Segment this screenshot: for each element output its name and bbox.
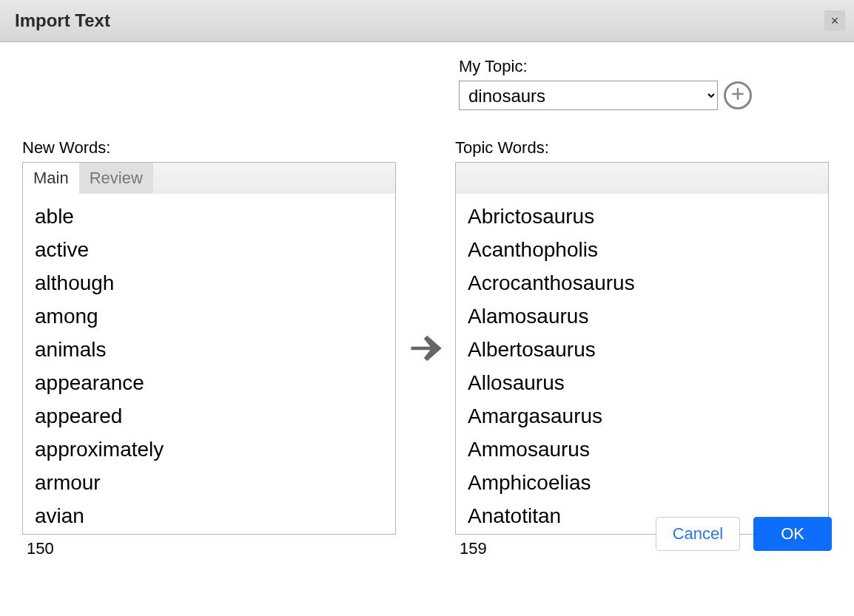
- move-right-button[interactable]: [406, 329, 445, 370]
- topic-select[interactable]: dinosaurs: [459, 81, 718, 110]
- list-item[interactable]: Amargasaurus: [468, 399, 816, 433]
- delete-button[interactable]: [770, 168, 791, 189]
- plus-icon: [730, 87, 745, 104]
- list-item[interactable]: animals: [35, 333, 383, 366]
- tab-main[interactable]: Main: [23, 163, 79, 194]
- list-item[interactable]: Acanthopholis: [468, 233, 816, 266]
- close-button[interactable]: ×: [824, 10, 845, 31]
- topic-words-list[interactable]: AbrictosaurusAcanthopholisAcrocanthosaur…: [456, 194, 828, 534]
- topic-words-label: Topic Words:: [455, 138, 829, 158]
- dialog-title: Import Text: [15, 10, 110, 31]
- web-search-button[interactable]: [367, 168, 388, 189]
- list-item[interactable]: armour: [35, 466, 383, 499]
- my-topic-label: My Topic:: [459, 57, 752, 76]
- list-item[interactable]: among: [35, 299, 383, 333]
- list-item[interactable]: Amphicoelias: [468, 466, 816, 499]
- new-words-count: 150: [22, 539, 396, 558]
- cancel-button[interactable]: Cancel: [656, 517, 740, 551]
- list-item[interactable]: active: [35, 233, 383, 266]
- list-item[interactable]: Ammosaurus: [468, 433, 816, 466]
- list-item[interactable]: Alamosaurus: [468, 299, 816, 333]
- topic-words-panel: Topic Words:: [455, 138, 829, 558]
- list-item[interactable]: Abrictosaurus: [468, 200, 816, 233]
- arrow-right-icon: [406, 357, 445, 370]
- list-item[interactable]: Albertosaurus: [468, 333, 816, 366]
- add-topic-button[interactable]: [724, 81, 752, 109]
- dictionary-button-right[interactable]: [711, 168, 732, 189]
- titlebar: Import Text ×: [0, 0, 854, 42]
- list-item[interactable]: approximately: [35, 433, 383, 466]
- web-search-button-right[interactable]: [741, 168, 761, 189]
- list-item[interactable]: Allosaurus: [468, 366, 816, 399]
- tab-review[interactable]: Review: [79, 163, 153, 194]
- list-item[interactable]: appearance: [35, 366, 383, 399]
- new-words-panel: New Words: Main Review: [22, 138, 396, 558]
- list-item[interactable]: appeared: [35, 399, 383, 433]
- close-icon: ×: [831, 13, 839, 29]
- dictionary-button[interactable]: [337, 168, 358, 189]
- list-item[interactable]: although: [35, 266, 383, 299]
- list-item[interactable]: Acrocanthosaurus: [468, 266, 816, 299]
- ok-button[interactable]: OK: [753, 517, 832, 551]
- new-words-list[interactable]: ableactivealthoughamonganimalsappearance…: [23, 194, 395, 534]
- list-item[interactable]: able: [35, 200, 383, 233]
- list-item[interactable]: avian: [35, 499, 383, 532]
- undo-button[interactable]: [800, 168, 821, 189]
- new-words-label: New Words:: [22, 138, 396, 158]
